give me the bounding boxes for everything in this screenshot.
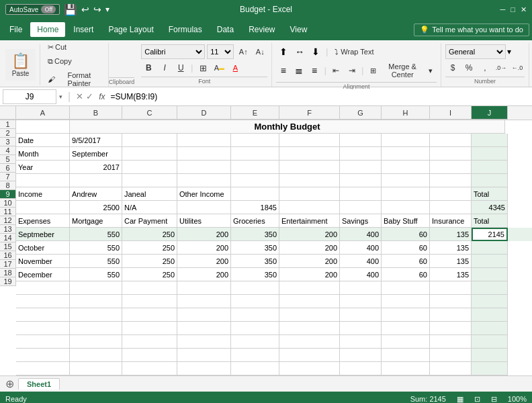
cell-f19[interactable] xyxy=(279,362,340,375)
cell-a3[interactable]: Month xyxy=(16,147,70,161)
cell-e13[interactable] xyxy=(231,281,279,295)
view-layout-icon[interactable]: ⊡ xyxy=(474,395,480,404)
cell-a15[interactable] xyxy=(16,308,70,322)
cell-a8[interactable]: Expenses xyxy=(16,214,70,228)
col-header-d[interactable]: D xyxy=(177,106,231,120)
cell-c10[interactable]: 250 xyxy=(122,241,177,255)
cell-g10[interactable]: 400 xyxy=(340,241,382,255)
copy-button[interactable]: ⧉ Copy xyxy=(44,55,105,68)
cell-g7[interactable] xyxy=(340,201,382,214)
cell-e9[interactable]: 350 xyxy=(231,228,279,241)
row-header-3[interactable]: 3 xyxy=(0,138,16,146)
cell-b16[interactable] xyxy=(70,322,122,335)
cell-c8[interactable]: Car Payment xyxy=(122,214,177,228)
cell-j7[interactable]: 4345 xyxy=(472,201,508,214)
cell-h14[interactable] xyxy=(382,295,430,308)
cell-e12[interactable]: 350 xyxy=(231,268,279,281)
zoom-control[interactable]: 100% xyxy=(508,395,527,404)
cell-e2[interactable] xyxy=(231,134,279,147)
cell-e5[interactable] xyxy=(231,174,279,187)
cell-g16[interactable] xyxy=(340,322,382,335)
cell-a19[interactable] xyxy=(16,362,70,375)
cell-j17[interactable] xyxy=(472,335,508,349)
cell-h4[interactable] xyxy=(382,161,430,174)
corner-cell[interactable] xyxy=(0,106,16,120)
cell-d13[interactable] xyxy=(177,281,231,295)
cell-c2[interactable] xyxy=(122,134,177,147)
align-center-button[interactable]: ≣ xyxy=(292,63,306,78)
cell-g15[interactable] xyxy=(340,308,382,322)
decrease-font-button[interactable]: A↓ xyxy=(253,44,267,59)
row-header-8[interactable]: 8 xyxy=(0,181,16,190)
cell-i10[interactable]: 135 xyxy=(430,241,472,255)
cell-j16[interactable] xyxy=(472,322,508,335)
cell-d9[interactable]: 200 xyxy=(177,228,231,241)
cell-d2[interactable] xyxy=(177,134,231,147)
cell-i14[interactable] xyxy=(430,295,472,308)
cell-h7[interactable] xyxy=(382,201,430,214)
cell-b5[interactable] xyxy=(70,174,122,187)
cell-j11[interactable] xyxy=(472,255,508,268)
menu-home[interactable]: Home xyxy=(30,22,65,37)
customize-icon[interactable]: ▾ xyxy=(105,5,109,14)
maximize-icon[interactable]: □ xyxy=(511,5,515,14)
cell-g4[interactable] xyxy=(340,161,382,174)
col-header-j[interactable]: J xyxy=(472,106,508,120)
cell-f11[interactable]: 200 xyxy=(279,255,340,268)
cell-d15[interactable] xyxy=(177,308,231,322)
cell-c18[interactable] xyxy=(122,349,177,362)
italic-button[interactable]: I xyxy=(157,60,172,75)
cell-j15[interactable] xyxy=(472,308,508,322)
row-header-14[interactable]: 14 xyxy=(0,234,16,242)
cell-d19[interactable] xyxy=(177,362,231,375)
cell-i2[interactable] xyxy=(430,134,472,147)
align-right-button[interactable]: ≡ xyxy=(308,63,322,78)
cell-i4[interactable] xyxy=(430,161,472,174)
cell-d12[interactable]: 200 xyxy=(177,268,231,281)
menu-review[interactable]: Review xyxy=(242,22,281,37)
row-header-5[interactable]: 5 xyxy=(0,155,16,164)
cell-a16[interactable] xyxy=(16,322,70,335)
sheet-tab-1[interactable]: Sheet1 xyxy=(18,378,60,390)
cell-b9[interactable]: 550 xyxy=(70,228,122,241)
cell-f14[interactable] xyxy=(279,295,340,308)
number-format-select[interactable]: General xyxy=(445,44,506,59)
row-header-19[interactable]: 19 xyxy=(0,277,16,286)
cell-h15[interactable] xyxy=(382,308,430,322)
cell-e19[interactable] xyxy=(231,362,279,375)
cell-h10[interactable]: 60 xyxy=(382,241,430,255)
decrease-indent-button[interactable]: ⇤ xyxy=(329,63,343,78)
cell-b19[interactable] xyxy=(70,362,122,375)
cell-j8[interactable]: Total xyxy=(472,214,508,228)
cell-e11[interactable]: 350 xyxy=(231,255,279,268)
cell-h12[interactable]: 60 xyxy=(382,268,430,281)
cell-a9[interactable]: Septmeber xyxy=(16,228,70,241)
cell-h8[interactable]: Baby Stuff xyxy=(382,214,430,228)
cell-c11[interactable]: 250 xyxy=(122,255,177,268)
cell-i3[interactable] xyxy=(430,147,472,161)
cell-a1[interactable] xyxy=(16,120,70,134)
cell-g12[interactable]: 400 xyxy=(340,268,382,281)
cell-f7[interactable] xyxy=(279,201,340,214)
cell-a10[interactable]: October xyxy=(16,241,70,255)
cell-e7[interactable]: 1845 xyxy=(231,201,279,214)
cell-d14[interactable] xyxy=(177,295,231,308)
cell-h18[interactable] xyxy=(382,349,430,362)
row-header-12[interactable]: 12 xyxy=(0,216,16,225)
row-header-1[interactable]: 1 xyxy=(0,120,16,129)
paste-button[interactable]: 📋 Paste xyxy=(5,49,36,81)
tell-me-box[interactable]: 💡 Tell me what you want to do xyxy=(414,24,529,36)
cell-h11[interactable]: 60 xyxy=(382,255,430,268)
cell-b14[interactable] xyxy=(70,295,122,308)
merge-center-button[interactable]: ⊞ Merge & Center ▾ xyxy=(366,60,437,81)
row-header-10[interactable]: 10 xyxy=(0,199,16,208)
cell-h2[interactable] xyxy=(382,134,430,147)
cell-b15[interactable] xyxy=(70,308,122,322)
cell-f3[interactable] xyxy=(279,147,340,161)
cell-e17[interactable] xyxy=(231,335,279,349)
close-icon[interactable]: ✕ xyxy=(521,5,527,14)
view-page-break-icon[interactable]: ⊟ xyxy=(491,395,497,404)
row-header-17[interactable]: 17 xyxy=(0,260,16,269)
increase-decimal-button[interactable]: .0→ xyxy=(494,60,508,75)
cell-g18[interactable] xyxy=(340,349,382,362)
